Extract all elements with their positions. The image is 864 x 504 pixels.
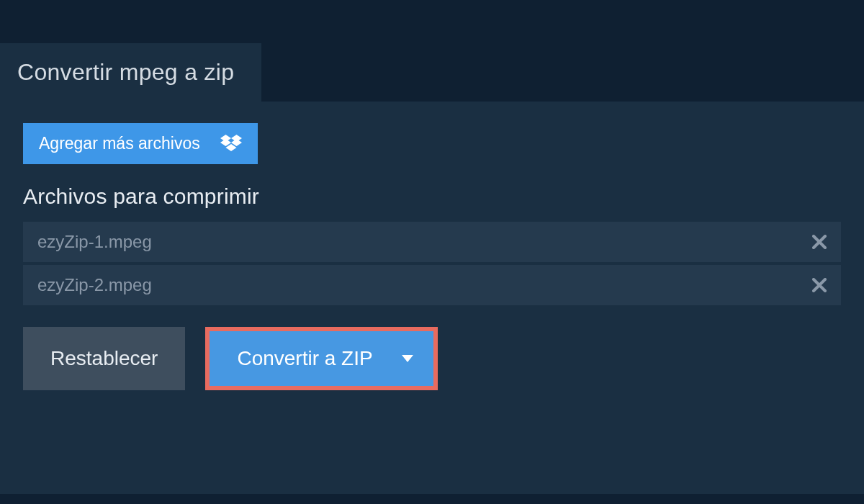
reset-button[interactable]: Restablecer bbox=[23, 327, 185, 390]
dropbox-icon[interactable] bbox=[220, 135, 242, 153]
file-name: ezyZip-2.mpeg bbox=[37, 275, 152, 295]
add-more-files-button[interactable]: Agregar más archivos bbox=[23, 123, 258, 164]
files-heading: Archivos para comprimir bbox=[23, 184, 841, 209]
remove-file-icon[interactable] bbox=[812, 235, 827, 249]
file-list: ezyZip-1.mpeg ezyZip-2.mpeg bbox=[23, 222, 841, 305]
file-row: ezyZip-1.mpeg bbox=[23, 222, 841, 262]
page-title: Convertir mpeg a zip bbox=[0, 43, 261, 102]
top-bar bbox=[0, 0, 864, 43]
caret-down-icon[interactable] bbox=[402, 355, 413, 362]
convert-button-highlight: Convertir a ZIP bbox=[205, 327, 437, 390]
convert-label: Convertir a ZIP bbox=[237, 347, 372, 370]
add-more-files-label: Agregar más archivos bbox=[39, 134, 200, 153]
button-row: Restablecer Convertir a ZIP bbox=[23, 327, 841, 390]
content-area: Agregar más archivos Archivos para compr… bbox=[0, 102, 864, 504]
file-name: ezyZip-1.mpeg bbox=[37, 232, 152, 252]
remove-file-icon[interactable] bbox=[812, 278, 827, 292]
page-title-text: Convertir mpeg a zip bbox=[17, 59, 234, 85]
files-heading-text: Archivos para comprimir bbox=[23, 184, 259, 208]
file-row: ezyZip-2.mpeg bbox=[23, 265, 841, 305]
bottom-strip bbox=[0, 494, 864, 504]
convert-button[interactable]: Convertir a ZIP bbox=[210, 331, 433, 386]
reset-label: Restablecer bbox=[50, 347, 158, 370]
